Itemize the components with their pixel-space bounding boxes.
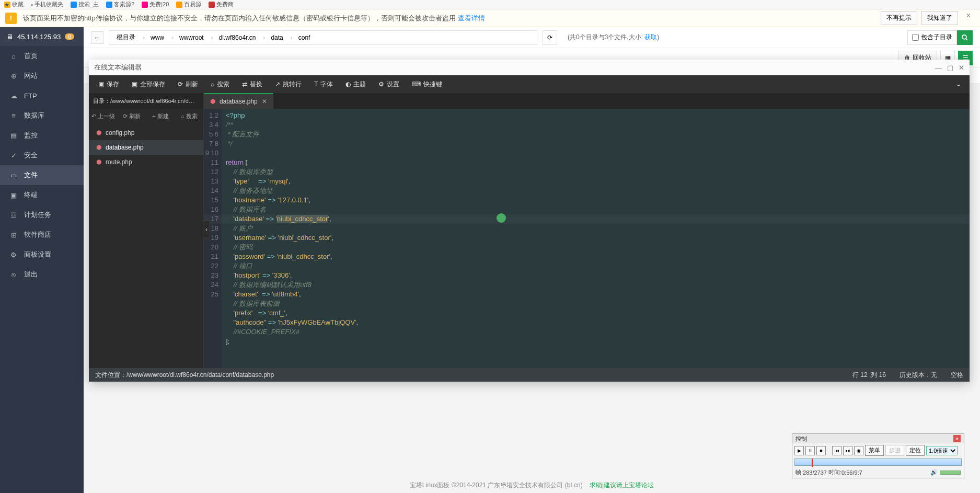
time-label: 时间: xyxy=(828,468,841,476)
menu-button[interactable]: 菜单 xyxy=(865,445,884,456)
crumb-wwwroot[interactable]: wwwroot xyxy=(172,31,212,44)
sidebar-item-settings[interactable]: ⚙面板设置 xyxy=(0,245,84,265)
refresh-button[interactable]: ⟳刷新 xyxy=(171,75,204,93)
crumb-domain[interactable]: dl.wf86o4r.cn xyxy=(212,31,264,44)
php-icon: ⬢ xyxy=(210,98,215,105)
chart-icon: ▤ xyxy=(9,131,18,140)
warning-close-icon[interactable]: × xyxy=(962,11,975,25)
sidebar-item-ftp[interactable]: ☁FTP xyxy=(0,86,84,106)
crumb-root[interactable]: 根目录 xyxy=(109,31,143,44)
bookmark-5[interactable]: 百易源 xyxy=(176,1,201,8)
panel-title: 控制 xyxy=(795,435,807,443)
sidebar-item-cron[interactable]: ☲计划任务 xyxy=(0,205,84,225)
database-icon: ≡ xyxy=(9,111,18,120)
chevron-down-icon[interactable]: ⌄ xyxy=(951,81,966,88)
save-button[interactable]: ▣保存 xyxy=(92,75,125,93)
svg-point-0 xyxy=(962,35,966,39)
close-icon[interactable]: ✕ xyxy=(959,64,964,72)
video-progress-track[interactable] xyxy=(794,458,962,466)
sidebar-item-home[interactable]: ⌂首页 xyxy=(0,46,84,66)
side-search-button[interactable]: ⌕搜索 xyxy=(175,109,203,123)
warning-text: 该页面采用不加密的http传输协议，与你建立的连接不安全，请勿在页面内输入任何敏… xyxy=(23,14,456,23)
bookmark-6[interactable]: 免费商 xyxy=(209,1,234,8)
search-button[interactable]: ⌕搜索 xyxy=(204,75,236,93)
shield-icon: ✓ xyxy=(9,151,18,159)
sidebar-item-store[interactable]: ⊞软件商店 xyxy=(0,225,84,245)
sidebar-item-database[interactable]: ≡数据库 xyxy=(0,106,84,125)
maximize-icon[interactable]: ▢ xyxy=(947,64,953,72)
theme-button[interactable]: ◐主题 xyxy=(339,75,372,93)
play-button[interactable]: ▶ xyxy=(794,446,804,455)
back-button[interactable]: ← xyxy=(91,31,103,44)
file-item[interactable]: ⬢database.php xyxy=(89,140,203,155)
store-icon: ⊞ xyxy=(9,231,18,239)
sidebar-item-security[interactable]: ✓安全 xyxy=(0,145,84,165)
prev-frame-button[interactable]: ⏮ xyxy=(832,446,841,455)
goto-button[interactable]: ↗跳转行 xyxy=(269,75,308,93)
refresh-button[interactable]: ⟳ xyxy=(543,30,557,45)
warning-detail-link[interactable]: 查看详情 xyxy=(458,14,485,23)
font-button[interactable]: T字体 xyxy=(308,75,339,93)
replace-button[interactable]: ⇄替换 xyxy=(236,75,269,93)
next-frame-button[interactable]: ⏭ xyxy=(843,446,852,455)
sidebar-item-logout[interactable]: ⎋退出 xyxy=(0,265,84,284)
settings-button[interactable]: ⚙设置 xyxy=(372,75,406,93)
file-item[interactable]: ⬢config.php xyxy=(89,125,203,140)
step-button[interactable]: 步进 xyxy=(885,445,904,456)
stop-button[interactable]: ■ xyxy=(816,446,826,455)
got-it-button[interactable]: 我知道了 xyxy=(921,11,958,25)
code-editor[interactable]: 1 2 3 4 5 6 7 8 9 10 11 12 13 14 15 16 1… xyxy=(204,109,970,368)
footer-help-link[interactable]: 求助|建议请上宝塔论坛 xyxy=(590,481,654,489)
monitor-icon: 🖥 xyxy=(6,33,13,41)
shortcut-button[interactable]: ⌨快捷键 xyxy=(406,75,448,93)
php-icon: ⬢ xyxy=(96,158,101,166)
cloud-icon: ☁ xyxy=(9,91,18,100)
bookmark-fav[interactable]: ★收藏 xyxy=(4,1,24,8)
volume-icon[interactable]: 🔊 xyxy=(930,469,938,476)
svg-line-1 xyxy=(966,38,967,40)
crumb-data[interactable]: data xyxy=(263,31,291,44)
pause-button[interactable]: ⏸ xyxy=(805,446,815,455)
locate-button[interactable]: 定位 xyxy=(906,445,925,456)
crumb-conf[interactable]: conf xyxy=(291,31,318,44)
sidebar-item-terminal[interactable]: ▣终端 xyxy=(0,185,84,205)
side-refresh-button[interactable]: ⟳刷新 xyxy=(118,109,146,123)
save-all-button[interactable]: ▣全部保存 xyxy=(125,75,171,93)
panel-close-icon[interactable]: × xyxy=(953,435,961,442)
home-icon: ⌂ xyxy=(9,52,18,60)
speed-select[interactable]: 1.0倍速 xyxy=(926,446,958,455)
include-subdir-checkbox[interactable]: 包含子目录 xyxy=(907,30,957,45)
minimize-icon[interactable]: — xyxy=(935,64,942,72)
crumb-www[interactable]: www xyxy=(143,31,172,44)
volume-slider[interactable] xyxy=(940,471,961,475)
terminal-icon: ▣ xyxy=(9,191,18,199)
snapshot-button[interactable]: ◉ xyxy=(854,446,863,455)
tab-close-icon[interactable]: ✕ xyxy=(262,98,267,105)
security-warning-bar: ! 该页面采用不加密的http传输协议，与你建立的连接不安全，请勿在页面内输入任… xyxy=(0,9,980,27)
globe-icon: ⊕ xyxy=(9,72,18,80)
sidebar-item-site[interactable]: ⊕网站 xyxy=(0,66,84,86)
sidebar-item-monitor[interactable]: ▤监控 xyxy=(0,125,84,145)
server-ip-header: 🖥 45.114.125.93 0 xyxy=(0,27,84,46)
bookmark-4[interactable]: 免费|20 xyxy=(142,1,169,8)
file-item[interactable]: ⬢route.php xyxy=(89,155,203,169)
editor-tab[interactable]: ⬢ database.php ✕ xyxy=(204,93,273,109)
bookmark-mobile[interactable]: ▫手机收藏夹 xyxy=(31,1,63,8)
video-control-panel[interactable]: 控制 × ▶ ⏸ ■ ⏮ ⏭ ◉ 菜单 步进 定位 1.0倍速 帧: 2 xyxy=(792,433,964,478)
gear-icon: ⚙ xyxy=(378,81,384,88)
frame-value: 283/2737 xyxy=(803,469,827,476)
bookmark-2[interactable]: 搜索_主 xyxy=(71,1,99,8)
bookmark-3[interactable]: 客索源? xyxy=(106,1,134,8)
fold-sidebar-button[interactable]: ‹ xyxy=(203,221,210,238)
save-all-icon: ▣ xyxy=(132,81,137,88)
no-prompt-button[interactable]: 不再提示 xyxy=(881,11,917,25)
get-size-link[interactable]: 获取 xyxy=(644,33,657,41)
warning-icon: ! xyxy=(5,13,17,24)
sidebar: 🖥 45.114.125.93 0 ⌂首页 ⊕网站 ☁FTP ≡数据库 ▤监控 … xyxy=(0,27,84,493)
side-new-button[interactable]: +新建 xyxy=(146,109,175,123)
editor-titlebar[interactable]: 在线文本编辑器 — ▢ ✕ xyxy=(89,60,970,75)
sidebar-item-files[interactable]: ▭文件 xyxy=(0,165,84,185)
up-level-button[interactable]: ↶上一级 xyxy=(89,109,118,123)
search-button[interactable] xyxy=(957,30,973,45)
text-cursor-indicator xyxy=(497,213,506,223)
